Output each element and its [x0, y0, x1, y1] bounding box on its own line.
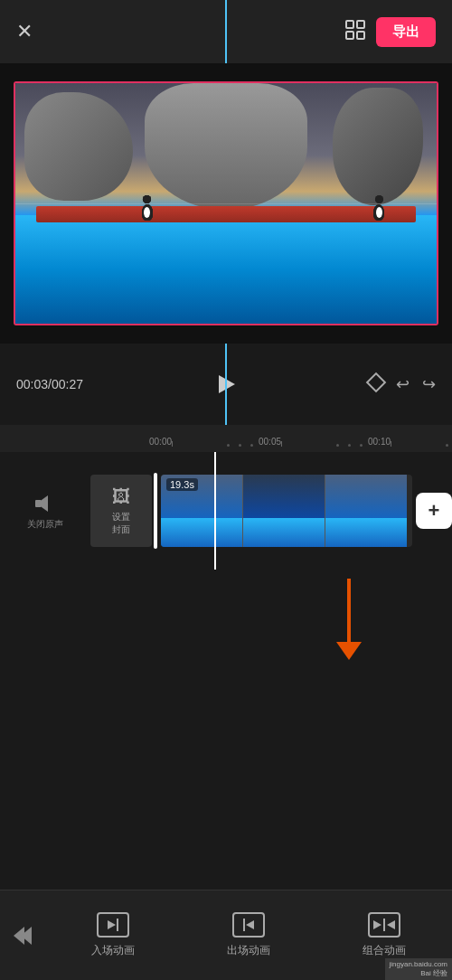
back-button[interactable]	[0, 913, 45, 958]
scanline	[15, 203, 437, 204]
cover-label: 设置封面	[112, 511, 130, 536]
export-button[interactable]: 导出	[376, 17, 436, 47]
combo-bar	[383, 919, 385, 931]
ruler-dot-3	[250, 444, 253, 447]
chevron-left-icon-2	[21, 927, 32, 945]
timeline-ruler: 00:00 00:05 00:10 00:15	[0, 425, 452, 452]
timeline-track-area: 关闭原声 🖼 设置封面 19.3s +	[0, 452, 452, 570]
watermark-line2: Bai 经验	[390, 968, 447, 978]
play-icon	[219, 375, 235, 393]
enter-anim-icon	[97, 912, 129, 938]
mute-label: 关闭原声	[27, 518, 63, 531]
ruler-tick-1	[281, 441, 282, 447]
penguin-platform	[36, 206, 415, 222]
ruler-section-1: 00:05	[259, 437, 331, 447]
cover-icon: 🖼	[112, 486, 130, 507]
water-layer	[15, 215, 437, 324]
redo-button[interactable]: ↪	[422, 374, 436, 394]
video-thumb-2	[243, 475, 325, 547]
video-strip[interactable]: 19.3s	[161, 475, 412, 547]
exit-anim-label: 出场动画	[227, 943, 270, 958]
track-scroll[interactable]: 🖼 设置封面 19.3s +	[90, 452, 452, 570]
svg-rect-3	[357, 32, 364, 39]
strip-handle-left[interactable]	[154, 473, 157, 549]
video-frame	[14, 81, 438, 325]
nav-item-enter-anim[interactable]: 入场动画	[45, 912, 181, 958]
strip-duration: 19.3s	[166, 478, 198, 491]
ruler-dot-5	[348, 444, 351, 447]
exit-arrow-icon	[246, 920, 254, 929]
ruler-dot-4	[336, 444, 339, 447]
close-button[interactable]: ✕	[16, 20, 33, 43]
ruler-dot-7	[446, 444, 448, 447]
fullscreen-button[interactable]	[345, 20, 365, 44]
video-content	[15, 83, 437, 324]
ruler-dot-6	[360, 444, 363, 447]
orange-arrow	[336, 579, 362, 660]
bottom-nav: 入场动画 出场动画 组合动画 jingyan.baidu.com Bai 经验	[0, 890, 452, 980]
enter-anim-label: 入场动画	[91, 943, 135, 958]
enter-bar	[117, 919, 118, 931]
video-preview-area	[0, 63, 452, 344]
combo-arrow-left	[373, 920, 381, 929]
thumb-content-2	[243, 475, 325, 547]
undo-button[interactable]: ↩	[396, 374, 410, 394]
top-bar: ✕ 导出	[0, 0, 452, 63]
enter-anim-icon-inner	[108, 919, 118, 931]
combo-anim-icon-inner	[373, 919, 395, 931]
thumb-content-3	[325, 475, 407, 547]
ruler-label-0: 00:00	[149, 437, 172, 447]
controls-area: 00:03/00:27 ↩ ↪	[0, 344, 452, 425]
enter-arrow-icon	[108, 920, 116, 929]
add-clip-button[interactable]: +	[416, 493, 452, 529]
exit-anim-icon-inner	[243, 919, 254, 931]
cover-thumbnail[interactable]: 🖼 设置封面	[90, 475, 152, 547]
right-controls: ↩ ↪	[369, 374, 436, 394]
track-left-panel: 关闭原声	[0, 452, 90, 570]
combo-anim-icon	[368, 912, 400, 938]
time-display: 00:03/00:27	[16, 377, 83, 391]
ruler-dot-1	[227, 444, 230, 447]
svg-rect-4	[35, 500, 42, 507]
rock-right	[333, 88, 423, 205]
exit-anim-icon	[232, 912, 265, 938]
ruler-dot-2	[239, 444, 241, 447]
svg-rect-1	[357, 21, 364, 28]
ruler-label-1: 00:05	[259, 437, 281, 447]
watermark: jingyan.baidu.com Bai 经验	[385, 958, 452, 980]
penguin-6	[373, 195, 384, 221]
keyframe-button[interactable]	[369, 375, 383, 394]
watermark-line1: jingyan.baidu.com	[390, 960, 447, 968]
arrow-head	[336, 642, 362, 660]
svg-rect-2	[346, 32, 353, 39]
rock-center	[145, 83, 307, 210]
ruler-section-0: 00:00	[149, 437, 221, 447]
penguin-4	[142, 195, 153, 221]
timeline-indicator	[225, 0, 227, 63]
arrow-area	[0, 570, 452, 678]
combo-arrow-right	[387, 920, 395, 929]
nav-item-combo-anim[interactable]: 组合动画	[316, 912, 452, 958]
ruler-tick-2	[391, 441, 391, 447]
combo-anim-label: 组合动画	[363, 943, 406, 958]
nav-item-exit-anim[interactable]: 出场动画	[181, 912, 316, 958]
mute-control[interactable]: 关闭原声	[27, 492, 63, 531]
ruler-section-2: 00:10	[368, 437, 440, 447]
video-thumb-3	[325, 475, 407, 547]
rock-left	[24, 92, 133, 201]
speaker-icon	[33, 492, 57, 515]
arrow-line	[347, 579, 351, 642]
exit-bar	[243, 919, 245, 931]
timeline-mid-indicator	[225, 344, 227, 425]
ruler-label-2: 00:10	[368, 437, 391, 447]
top-right-controls: 导出	[345, 17, 436, 47]
svg-rect-0	[346, 21, 353, 28]
ruler-tick-0	[172, 441, 173, 447]
diamond-icon	[366, 372, 387, 392]
